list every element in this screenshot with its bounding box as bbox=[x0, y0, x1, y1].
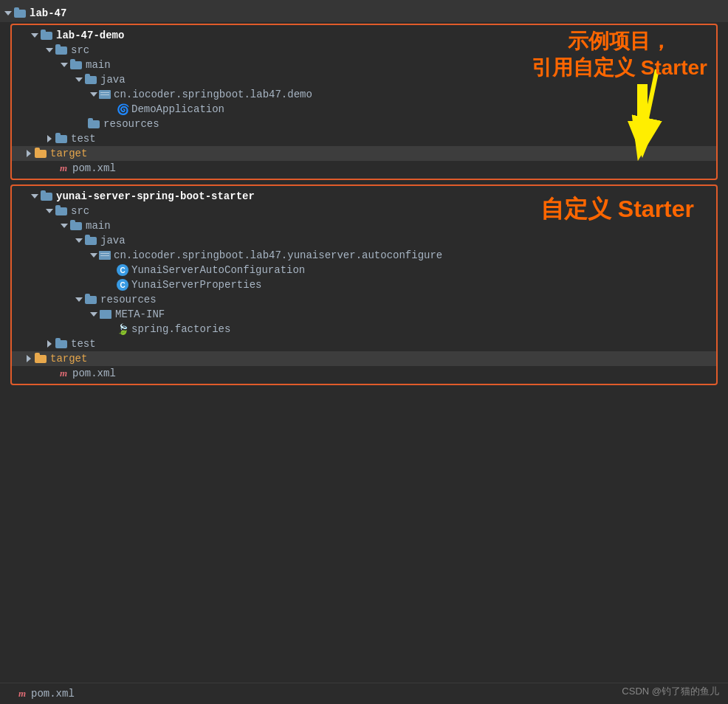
s1-maven-icon: m bbox=[58, 162, 69, 174]
s1-java-label: java bbox=[100, 74, 126, 86]
s2-src[interactable]: src bbox=[12, 204, 716, 218]
svg-marker-2 bbox=[628, 121, 657, 158]
root-folder-icon bbox=[13, 8, 27, 18]
s2-res-triangle bbox=[75, 297, 83, 302]
s1-test-folder bbox=[55, 134, 68, 144]
s1-demo-app[interactable]: 🌀 DemoApplication bbox=[12, 102, 716, 117]
s2-meta-folder bbox=[99, 309, 112, 320]
s2-src-label: src bbox=[71, 205, 89, 217]
s1-src-folder bbox=[55, 45, 68, 55]
s2-pkg-triangle bbox=[90, 253, 97, 258]
s1-root-triangle bbox=[31, 33, 38, 38]
s2-target-folder bbox=[34, 353, 47, 364]
s2-src-folder bbox=[55, 206, 68, 216]
section2-root[interactable]: yunai-server-spring-boot-starter bbox=[12, 189, 716, 204]
s2-factories-label: spring.factories bbox=[131, 323, 230, 335]
s2-meta-triangle bbox=[90, 312, 97, 317]
s2-root-label: yunai-server-spring-boot-starter bbox=[56, 190, 255, 202]
s2-test-folder bbox=[55, 339, 68, 349]
s1-pkg-label: cn.iocoder.springboot.lab47.demo bbox=[114, 89, 312, 100]
section2-box: yunai-server-spring-boot-starter 自定义 Sta… bbox=[10, 184, 718, 385]
s1-res-label: resources bbox=[103, 118, 159, 130]
s2-meta-label: META-INF bbox=[115, 308, 165, 320]
s1-spring-icon: 🌀 bbox=[117, 103, 128, 115]
s2-prop-label: YunaiServerProperties bbox=[131, 279, 261, 291]
s1-test-label: test bbox=[71, 133, 96, 145]
s2-maven-icon: m bbox=[58, 367, 69, 379]
s1-src[interactable]: src bbox=[12, 43, 716, 58]
s1-pkg-icon bbox=[99, 90, 111, 99]
s2-ac-label: YunaiServerAutoConfiguration bbox=[131, 264, 305, 276]
s2-main-triangle bbox=[61, 224, 68, 228]
s2-java[interactable]: java bbox=[12, 233, 716, 248]
s1-java[interactable]: java bbox=[12, 72, 716, 87]
s1-test-triangle bbox=[47, 135, 52, 142]
section1-root[interactable]: lab-47-demo bbox=[12, 28, 716, 43]
bottom-bar: m pom.xml bbox=[0, 683, 728, 704]
s2-main-label: main bbox=[86, 220, 111, 232]
s2-class-icon1: C bbox=[117, 264, 128, 276]
s2-main-folder bbox=[69, 221, 83, 231]
csdn-label: CSDN @钓了猫的鱼儿 bbox=[622, 685, 719, 698]
s2-pom[interactable]: m pom.xml bbox=[12, 366, 716, 381]
s1-res-folder bbox=[87, 119, 100, 129]
s2-src-triangle bbox=[46, 209, 53, 213]
s1-java-triangle bbox=[75, 77, 83, 82]
s1-pom-label: pom.xml bbox=[72, 162, 116, 174]
file-tree: lab-47 lab-47-demo src main java bbox=[0, 0, 728, 704]
s1-app-label: DemoApplication bbox=[131, 103, 224, 115]
s2-target-triangle bbox=[27, 355, 31, 362]
s1-target[interactable]: target bbox=[12, 146, 716, 161]
s1-src-triangle bbox=[46, 48, 53, 52]
s2-java-folder bbox=[84, 235, 97, 246]
s1-pom[interactable]: m pom.xml bbox=[12, 161, 716, 176]
s2-test-triangle bbox=[47, 340, 52, 348]
s1-src-label: src bbox=[71, 44, 89, 56]
yellow-arrow bbox=[613, 69, 672, 165]
s2-package[interactable]: cn.iocoder.springboot.lab47.yunaiserver.… bbox=[12, 248, 716, 263]
root-item[interactable]: lab-47 bbox=[0, 0, 728, 22]
s1-target-label: target bbox=[50, 148, 87, 159]
s1-main-label: main bbox=[86, 59, 111, 71]
s2-res-folder bbox=[84, 294, 97, 305]
root-label: lab-47 bbox=[30, 7, 66, 19]
s2-metainf[interactable]: META-INF bbox=[12, 307, 716, 322]
s2-pkg-label: cn.iocoder.springboot.lab47.yunaiserver.… bbox=[114, 249, 442, 261]
s1-main-folder bbox=[69, 60, 83, 70]
s2-factories[interactable]: 🍃 spring.factories bbox=[12, 322, 716, 337]
s1-resources[interactable]: resources bbox=[12, 117, 716, 131]
s2-target[interactable]: target bbox=[12, 351, 716, 366]
s1-pkg-triangle bbox=[90, 92, 97, 97]
s2-auto-config[interactable]: C YunaiServerAutoConfiguration bbox=[12, 263, 716, 277]
s1-target-triangle bbox=[27, 150, 31, 157]
s2-class-icon2: C bbox=[117, 279, 128, 291]
s2-res-label: resources bbox=[100, 294, 157, 306]
s2-java-label: java bbox=[100, 235, 126, 246]
s1-main[interactable]: main bbox=[12, 58, 716, 72]
s2-pkg-icon bbox=[99, 251, 111, 260]
s2-root-folder bbox=[40, 191, 53, 201]
s2-properties[interactable]: C YunaiServerProperties bbox=[12, 277, 716, 292]
s2-main[interactable]: main bbox=[12, 218, 716, 233]
s1-java-folder bbox=[84, 75, 97, 85]
bottom-maven-icon: m bbox=[16, 688, 28, 700]
s2-resources[interactable]: resources bbox=[12, 292, 716, 307]
root-triangle bbox=[4, 11, 12, 15]
s2-test-label: test bbox=[71, 338, 96, 350]
s1-root-folder-icon bbox=[40, 30, 53, 41]
s1-target-folder bbox=[34, 148, 47, 159]
s1-root-label: lab-47-demo bbox=[56, 30, 124, 41]
bottom-pom-label: pom.xml bbox=[31, 688, 75, 700]
s1-main-triangle bbox=[61, 63, 68, 67]
svg-rect-3 bbox=[637, 84, 648, 125]
s2-root-triangle bbox=[31, 194, 38, 199]
s2-target-label: target bbox=[50, 353, 87, 365]
s2-pom-label: pom.xml bbox=[72, 367, 116, 379]
s1-package[interactable]: cn.iocoder.springboot.lab47.demo bbox=[12, 87, 716, 102]
s1-test[interactable]: test bbox=[12, 131, 716, 146]
s2-java-triangle bbox=[75, 238, 83, 243]
section1-box: lab-47-demo src main java cn.iocoder.spr… bbox=[10, 24, 718, 180]
s2-factories-icon: 🍃 bbox=[117, 323, 128, 335]
s2-test[interactable]: test bbox=[12, 337, 716, 351]
